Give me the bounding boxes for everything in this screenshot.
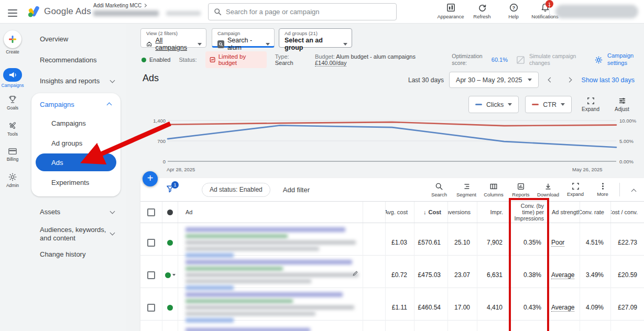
global-search-input[interactable] xyxy=(226,8,391,16)
edit-pencil-icon[interactable] xyxy=(352,270,358,277)
row-status-enabled-dot[interactable] xyxy=(165,272,171,278)
download-button[interactable]: Download xyxy=(534,182,562,197)
column-header-conv-by-time[interactable]: Conv. (by time) per Impressions xyxy=(510,202,549,223)
ad-group-filter-dropdown[interactable]: Ad groups (21) Select an ad group xyxy=(279,28,352,48)
table-expand-button[interactable]: Expand xyxy=(562,182,589,197)
row-checkbox[interactable] xyxy=(147,271,155,279)
main-content: View (2 filters) All campaigns Campaign … xyxy=(126,24,644,331)
left-axis-tick-1400: 1,400 xyxy=(143,118,166,124)
campaign-filter-dropdown[interactable]: Campaign Search - alum xyxy=(212,28,275,48)
campaigns-chevron-up-icon[interactable] xyxy=(107,103,112,108)
sort-descending-icon: ↓ xyxy=(423,209,427,215)
columns-button[interactable]: Columns xyxy=(480,182,507,197)
table-row[interactable]: £1.11 £460.54 17.00 4,410 0.43% Average … xyxy=(140,288,644,321)
table-row[interactable] xyxy=(140,321,644,331)
global-search[interactable] xyxy=(208,3,397,20)
rail-item-tools[interactable]: Tools xyxy=(0,121,25,137)
campaigns-section-card: Campaigns Campaigns Ad groups Ads Experi… xyxy=(31,93,121,196)
cell-ad-strength[interactable]: Poor xyxy=(551,239,564,247)
sidebar-item-experiments[interactable]: Experiments xyxy=(51,179,89,186)
main-menu-icon[interactable] xyxy=(8,7,17,19)
help-button[interactable]: ? Help xyxy=(498,3,529,19)
chart-adjust-button[interactable]: Adjust xyxy=(609,97,635,112)
show-last-30-days-link[interactable]: Show last 30 days xyxy=(582,76,635,84)
sidebar-item-recommendations[interactable]: Recommendations xyxy=(40,56,96,64)
navigation-rail: Create Campaigns Goals xyxy=(0,24,25,331)
column-header-ad[interactable]: Ad xyxy=(178,202,363,223)
toolbar-divider xyxy=(619,183,620,196)
filter-button[interactable]: 1 xyxy=(166,184,174,195)
rail-item-billing[interactable]: Billing xyxy=(0,147,25,162)
add-ad-fab[interactable]: + xyxy=(143,171,158,186)
rail-item-create[interactable]: Create xyxy=(0,30,25,54)
sidebar-item-assets[interactable]: Assets xyxy=(40,208,60,216)
simulate-changes-button[interactable]: Simulate campaign changes xyxy=(516,53,582,67)
row-checkbox[interactable] xyxy=(147,304,155,312)
row-status-enabled-dot[interactable] xyxy=(167,305,173,311)
next-period-button[interactable] xyxy=(563,73,576,87)
sidebar-item-ad-groups[interactable]: Ad groups xyxy=(51,139,82,147)
appearance-button[interactable]: Appearance xyxy=(435,3,466,19)
sidebar-item-campaigns[interactable]: Campaigns xyxy=(51,119,86,127)
more-button[interactable]: More xyxy=(589,182,616,197)
assets-chevron-down-icon[interactable] xyxy=(110,209,115,214)
ad-group-filter-value: Select an ad group xyxy=(285,37,340,51)
optimization-score-value[interactable]: 60.1% xyxy=(492,57,508,63)
enabled-status-dot xyxy=(141,58,146,62)
segment-button[interactable]: Segment xyxy=(453,182,480,197)
column-header-impr[interactable]: Impr. xyxy=(477,202,510,223)
cell-ad-strength[interactable]: Average xyxy=(551,271,574,279)
table-search-button[interactable]: Search xyxy=(425,182,453,197)
user-profile-redacted[interactable] xyxy=(555,5,638,18)
table-row[interactable]: £0.72 £475.03 23.07 6,631 0.38% Average … xyxy=(140,256,644,288)
rail-item-campaigns[interactable]: Campaigns xyxy=(0,68,25,88)
account-switcher[interactable]: Addi Marketing MCC xyxy=(93,3,201,16)
account-id-redacted xyxy=(166,11,201,16)
budget-amount[interactable]: £140.00/day xyxy=(315,60,347,67)
column-header-cost-per-conv[interactable]: Cost / conv. xyxy=(611,202,644,223)
last-30-days-label: Last 30 days xyxy=(408,76,444,84)
metric-dropdown-clicks[interactable]: Clicks xyxy=(468,96,519,113)
view-filter-dropdown[interactable]: View (2 filters) All campaigns xyxy=(140,28,206,48)
refresh-icon xyxy=(477,3,487,13)
cell-ad-strength[interactable]: Average xyxy=(551,304,574,312)
sidebar-item-overview[interactable]: Overview xyxy=(40,35,68,43)
rail-item-admin[interactable]: Admin xyxy=(0,172,25,188)
topbar-actions: Appearance Refresh ? Help xyxy=(435,3,561,19)
add-filter-button[interactable]: Add filter xyxy=(283,186,310,194)
column-header-conversions[interactable]: Conversions xyxy=(448,202,477,223)
left-axis-tick-700: 700 xyxy=(143,138,166,144)
column-header-cost[interactable]: ↓Cost xyxy=(414,202,448,223)
previous-period-button[interactable] xyxy=(544,73,558,87)
filter-chip-ad-status[interactable]: Ad status: Enabled xyxy=(202,183,270,197)
billing-card-icon xyxy=(8,147,17,156)
refresh-button[interactable]: Refresh xyxy=(466,3,498,19)
sidebar-item-insights[interactable]: Insights and reports xyxy=(40,77,100,85)
limited-by-budget-chip[interactable]: Limited by budget xyxy=(205,51,267,68)
row-status-enabled-dot[interactable] xyxy=(167,240,173,246)
column-header-ad-strength[interactable]: Ad strength xyxy=(549,202,580,223)
sidebar-item-ads-selected[interactable]: Ads xyxy=(36,153,116,171)
table-toolbar-icons: Search Segment Colum xyxy=(425,182,644,197)
campaign-settings-button[interactable]: Campaign settings xyxy=(594,52,640,67)
sidebar-item-change-history[interactable]: Change history xyxy=(40,250,85,258)
metric-dropdown-ctr[interactable]: CTR xyxy=(525,96,572,113)
top-app-bar: Google Ads Addi Marketing MCC xyxy=(0,0,644,24)
sidebar-section-campaigns[interactable]: Campaigns xyxy=(40,101,74,108)
status-caret-icon[interactable] xyxy=(172,274,176,276)
column-header-conv-rate[interactable]: Conv. rate xyxy=(580,202,611,223)
reports-button[interactable]: Reports xyxy=(507,182,534,197)
select-all-checkbox[interactable] xyxy=(147,208,155,216)
rail-item-goals[interactable]: Goals xyxy=(0,95,25,111)
performance-chart[interactable] xyxy=(167,116,617,164)
insights-chevron-down-icon[interactable] xyxy=(110,78,115,83)
table-row[interactable]: £1.03 £570.61 25.10 7,902 0.35% Poor 4.5… xyxy=(140,223,644,256)
sidebar-item-audiences[interactable]: Audiences, keywords, and content xyxy=(40,226,112,243)
row-checkbox[interactable] xyxy=(147,239,155,247)
date-range-dropdown[interactable]: Apr 30 – May 29, 2025 xyxy=(449,72,538,88)
chart-expand-button[interactable]: Expand xyxy=(578,97,603,112)
status-column-dot-icon[interactable] xyxy=(167,209,173,215)
collapse-table-button[interactable] xyxy=(623,186,644,193)
product-name: Google Ads xyxy=(44,6,91,17)
column-header-avg-cost[interactable]: Avg. cost xyxy=(386,202,414,223)
